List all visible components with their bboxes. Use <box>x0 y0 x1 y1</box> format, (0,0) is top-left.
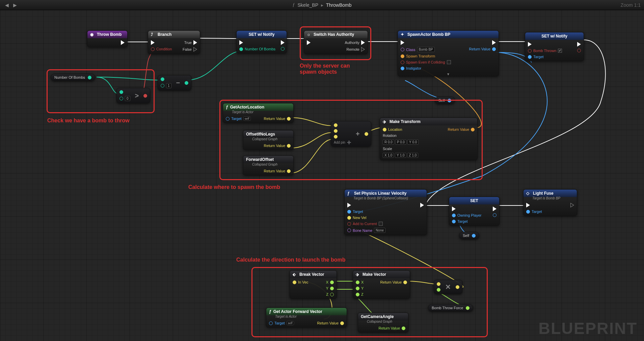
pin-addcurrent[interactable]: Add to Current <box>353 222 377 226</box>
addcurrent-checkbox[interactable] <box>379 222 383 226</box>
pin-bone[interactable]: Bone Name <box>353 228 372 233</box>
annotation-check: Check we have a bomb to throw <box>47 118 130 124</box>
pin-target[interactable]: Target <box>353 210 363 214</box>
pin-target[interactable]: Target <box>457 219 468 223</box>
scale-inputs[interactable]: X 1.0 Y 1.0 Z 1.0 <box>383 153 419 158</box>
topbar: ◀ ▶ ƒ Skele_BP ▸ ThrowBomb Zoom 1:1 <box>0 0 644 10</box>
pin-false[interactable]: False <box>183 47 192 51</box>
pin-transform[interactable]: Spawn Transform <box>406 54 435 58</box>
pin-class[interactable]: Class <box>406 48 415 52</box>
node-switch-authority[interactable]: ☼Switch Has Authority Authority Remote <box>304 30 368 54</box>
node-title: Switch Has Authority <box>314 32 354 37</box>
pin-z[interactable]: Z <box>326 292 328 296</box>
pin-target[interactable]: Target <box>532 210 542 214</box>
node-subtitle: Target is Bomb BP (SphereCollision) <box>345 196 427 201</box>
class-value[interactable]: Bomb BP <box>417 47 435 52</box>
node-title: SET w/ Notify <box>541 34 567 39</box>
node-make-transform[interactable]: ⬗Make Transform Location Rotation R 0.0 … <box>380 118 478 160</box>
pin-newvel[interactable]: New Vel <box>353 216 366 220</box>
node-break-vector[interactable]: ⬖Break Vector In Vec X Y Z <box>290 270 337 299</box>
gt-value[interactable]: 0 <box>125 96 130 101</box>
pin-collide[interactable]: Spawn Even if Colliding <box>406 60 445 64</box>
node-greater-than[interactable]: 0 > <box>116 88 150 103</box>
pin-return[interactable]: Return Value <box>379 326 400 330</box>
event-icon: ◉ <box>90 32 95 37</box>
pin-var[interactable]: Bomb Thrown <box>533 49 556 53</box>
node-make-vector[interactable]: ⬗Make Vector X Y Z Return Value <box>353 270 410 299</box>
pin-return[interactable]: Return Value <box>317 321 339 325</box>
pin-remote[interactable]: Remote <box>346 47 359 51</box>
var-self-2[interactable]: Self <box>459 232 479 239</box>
node-get-actor-location[interactable]: ƒGetActorLocation Target is Actor Target… <box>223 103 294 123</box>
var-bomb-throw-force[interactable]: Bomb Throw Force <box>428 304 473 312</box>
node-light-fuse[interactable]: ◇Light Fuse Target is Bomb BP Target <box>523 189 577 216</box>
pin-condition[interactable]: Condition <box>156 47 172 51</box>
var-self-1[interactable]: Self <box>435 97 455 104</box>
nav-back-icon[interactable]: ◀ <box>3 2 10 8</box>
pin-var[interactable]: Number Of Bombs <box>245 47 275 51</box>
expand-icon[interactable]: ▼ <box>398 72 499 76</box>
pin-x[interactable]: X <box>326 280 328 284</box>
event-icon: ◇ <box>526 191 531 196</box>
minus-icon: − <box>175 79 182 87</box>
node-get-camera-angle[interactable]: GetCameraAngle Collapsed Graph Return Va… <box>358 313 408 333</box>
minus-value[interactable]: 1 <box>166 83 171 88</box>
node-add-vector[interactable]: Add pin ➕ + <box>331 121 371 147</box>
node-multiply[interactable]: ✕ <box>434 280 462 294</box>
node-title: Branch <box>158 32 171 37</box>
node-title: OffsetIfNoLegs <box>246 132 275 137</box>
pin-owning[interactable]: Owning Player <box>457 213 482 217</box>
node-subtract[interactable]: 1 − <box>158 75 191 91</box>
pin-return[interactable]: Return Value <box>380 280 402 284</box>
node-title: SET w/ Notify <box>249 32 275 37</box>
pin-return[interactable]: Return Value <box>264 144 285 148</box>
spawn-icon: ✦ <box>401 32 405 37</box>
breadcrumb-function[interactable]: ThrowBomb <box>326 2 351 8</box>
pin-return[interactable]: Return Value <box>264 169 285 173</box>
authority-icon: ☼ <box>307 32 312 37</box>
collide-checkbox[interactable] <box>447 60 451 64</box>
node-forward-offset[interactable]: ForwardOffset Collapsed Graph Return Val… <box>243 155 294 175</box>
pin-return[interactable]: Return Value <box>469 47 490 51</box>
node-title: SET <box>470 198 478 203</box>
breadcrumb: ƒ Skele_BP ▸ ThrowBomb <box>293 2 352 8</box>
node-title: SpawnActor Bomb BP <box>407 32 450 37</box>
node-subtitle: Collapsed Graph <box>243 137 293 142</box>
pin-true[interactable]: True <box>184 41 192 45</box>
node-title: Make Transform <box>390 119 421 124</box>
multiply-icon: ✕ <box>444 283 452 291</box>
pin-location[interactable]: Location <box>388 127 402 131</box>
pin-instigator[interactable]: Instigator <box>406 66 421 70</box>
rotation-inputs[interactable]: R 0.0 P 0.0 Y 0.0 <box>383 140 419 145</box>
pin-target[interactable]: Target <box>533 55 544 59</box>
pin-target[interactable]: Target <box>274 321 285 325</box>
node-get-forward-vector[interactable]: ƒGet Actor Forward Vector Target is Acto… <box>266 308 347 327</box>
pin-z[interactable]: Z <box>361 292 364 296</box>
bombthrown-checkbox[interactable] <box>558 49 562 53</box>
add-pin-label[interactable]: Add pin <box>334 141 345 144</box>
node-title: GetCameraAngle <box>361 314 394 319</box>
annotation-spawn: Calculate where to spawn the bomb <box>188 184 280 190</box>
nav-forward-icon[interactable]: ▶ <box>11 2 18 8</box>
node-throw-bomb-event[interactable]: ◉Throw Bomb <box>87 30 128 47</box>
node-set-owning-player[interactable]: SET Owning Player Target <box>449 197 500 226</box>
bone-value[interactable]: None <box>374 228 385 233</box>
var-label: Self <box>463 234 469 238</box>
pin-authority[interactable]: Authority <box>345 41 359 45</box>
node-set-physics-velocity[interactable]: ƒSet Physics Linear Velocity Target is B… <box>344 189 427 235</box>
node-set-numbombs[interactable]: SET w/ Notify Number Of Bombs <box>236 30 287 53</box>
node-set-bombthrown[interactable]: SET w/ Notify Bomb Thrown Target <box>525 32 584 61</box>
pin-y[interactable]: Y <box>361 286 364 290</box>
pin-return[interactable]: Return Value <box>264 117 285 121</box>
breadcrumb-blueprint[interactable]: Skele_BP <box>298 2 318 8</box>
node-spawn-actor[interactable]: ✦SpawnActor Bomb BP Class Bomb BP Spawn … <box>398 30 499 76</box>
node-offset-nolegs[interactable]: OffsetIfNoLegs Collapsed Graph Return Va… <box>243 130 294 150</box>
pin-x[interactable]: X <box>361 280 364 284</box>
pin-return[interactable]: Return Value <box>448 127 469 131</box>
pin-target[interactable]: Target <box>231 117 242 121</box>
pin-invec[interactable]: In Vec <box>298 280 308 284</box>
node-branch[interactable]: ⤴Branch Condition True False <box>148 30 200 54</box>
var-number-of-bombs[interactable]: Number Of Bombs <box>51 74 95 81</box>
pin-y[interactable]: Y <box>326 286 328 290</box>
node-title: Get Actor Forward Vector <box>273 309 322 314</box>
